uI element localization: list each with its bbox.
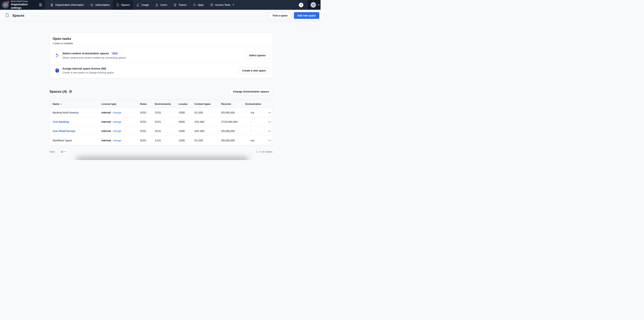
records-cell: 0/5,000,000 [221,111,245,114]
row-overflow-menu-icon[interactable] [267,130,272,132]
column-header-name[interactable]: Name [50,103,102,105]
task-description: Create a new space or change existing sp… [62,71,239,74]
access-tools-icon [210,3,214,7]
row-overflow-menu-icon[interactable] [267,139,272,142]
column-header-roles[interactable]: Roles [140,103,155,105]
locales-cell: 1/500 [178,130,194,132]
space-name-link[interactable]: Coin Banking [50,120,102,123]
locales-cell: 4/500 [178,120,194,123]
scrollbar-track[interactable] [320,0,322,10]
trial-space-button[interactable]: Trial a space [269,12,291,19]
new-badge: NEW [111,51,118,55]
task-title: Assign internal space license (95) [62,67,106,70]
help-icon[interactable]: ? [299,3,303,7]
content-types-cell: 20/1,000 [194,130,221,132]
column-header-orchestration[interactable]: Orchestration [245,103,267,105]
open-tasks-title: Open tasks [53,37,270,41]
create-new-space-button[interactable]: Create a new space [239,67,269,74]
column-header-content-types[interactable]: Content types [194,103,221,105]
column-header-license-type[interactable]: License type [102,103,140,105]
row-overflow-menu-icon[interactable] [267,121,272,123]
change-orchestration-spaces-button[interactable]: Change Orchestration spaces [230,88,272,95]
task-text: Select content orchestration spaces NEW … [62,51,246,59]
column-header-environments[interactable]: Environments [155,103,178,105]
orchestration-cell: n/a [245,139,267,142]
page: Berlin Retail Group Organization setting… [0,0,322,160]
app-grid-dots [4,6,7,6]
task-row-license: Assign internal space license (95) Creat… [50,63,272,78]
column-header-locales[interactable]: Locales [178,103,194,105]
app-grid-icon[interactable] [2,1,9,8]
nav-tab-label: Access Tools [215,3,230,6]
nav-tab-users[interactable]: Users [152,0,170,10]
sparkles-icon [55,53,60,58]
roles-cell: 5/251 [140,120,155,123]
puzzle-icon [192,3,196,7]
nav-tab-apps[interactable]: Apps [190,0,207,10]
license-cell: Internal - change [102,111,140,114]
cart-icon [90,3,94,7]
nav-tab-label: Spaces [121,3,130,6]
environments-cell: 1/151 [155,139,178,142]
view-label: View [50,150,55,153]
user-icon [155,3,159,7]
team-vest-icon [173,3,177,7]
nav-tab-label: Organization information [55,3,84,6]
content-container: Open tasks 2 tasks to complete Select co… [50,33,272,160]
nav-tab-label: Subscription [95,3,110,6]
license-cell: Internal - change [102,139,140,142]
open-tasks-subtitle: 2 tasks to complete [53,42,270,45]
app-grid-dots [4,3,7,4]
environments-cell: 2/151 [155,111,178,114]
change-license-link[interactable]: change [113,130,121,132]
sort-asc-icon [60,103,62,104]
space-name-link[interactable]: Coin Retail Europe [50,130,102,132]
license-cell: Internal - change [102,120,140,123]
orchestration-cell: - [245,120,267,123]
app-grid-dots [4,4,8,5]
polygon-icon [55,68,60,73]
orchestration-cell: - [245,130,267,132]
chevron-down-icon [232,4,234,5]
row-overflow-menu-icon[interactable] [267,111,272,114]
chevron-down-icon [318,4,320,5]
locales-cell: 1/500 [178,139,194,142]
column-header-records[interactable]: Records [221,103,245,105]
avatar: AS [310,2,316,7]
nav-tabs: Organization information Subscription Sp… [45,0,299,10]
table-header-row: Name License type Roles Environments Loc… [50,100,272,108]
add-new-space-button[interactable]: Add new space [294,12,319,19]
spaces-section-header: Spaces (4) i Change Orchestration spaces [50,88,272,95]
pagination-range: 1 - 4 of 4 items [256,150,272,153]
table-row: Banking North America Internal - change … [50,108,272,117]
page-size-select[interactable]: 10 [59,148,68,155]
environments-cell: 3/151 [155,130,178,132]
select-spaces-button[interactable]: Select spaces [246,52,269,59]
change-license-link[interactable]: change [113,120,121,123]
task-description: Share content and content models by conn… [62,56,246,59]
nav-right: ? AS [299,0,322,10]
org-settings-label: Organization settings [11,3,37,9]
nav-tab-usage[interactable]: Usage [133,0,152,10]
notification-dot [7,1,9,3]
spaces-count-title: Spaces (4) [50,90,67,94]
building-icon [50,3,54,7]
spaces-folder-icon [5,13,10,18]
folder-icon [116,3,120,7]
nav-tab-subscription[interactable]: Subscription [87,0,113,10]
nav-tab-access-tools[interactable]: Access Tools [207,0,237,10]
info-icon[interactable]: i [69,90,72,93]
spaces-table: Name License type Roles Environments Loc… [50,100,272,145]
brand-text: Berlin Retail Group Organization setting… [11,0,37,9]
change-license-link[interactable]: change [113,111,121,114]
open-tasks-head: Open tasks 2 tasks to complete [50,33,272,48]
nav-tab-spaces[interactable]: Spaces [113,0,133,10]
nav-tab-teams[interactable]: Teams [170,0,190,10]
records-cell: 0/5,000,000 [221,130,245,132]
account-menu[interactable]: AS [308,0,322,10]
change-license-link[interactable]: change [113,139,121,142]
header-actions: Trial a space Add new space [269,12,319,19]
nav-tab-organization-information[interactable]: Organization information [47,0,87,10]
content-types-cell: 20/1,000 [194,120,221,123]
hamburger-menu-icon[interactable] [39,3,42,7]
